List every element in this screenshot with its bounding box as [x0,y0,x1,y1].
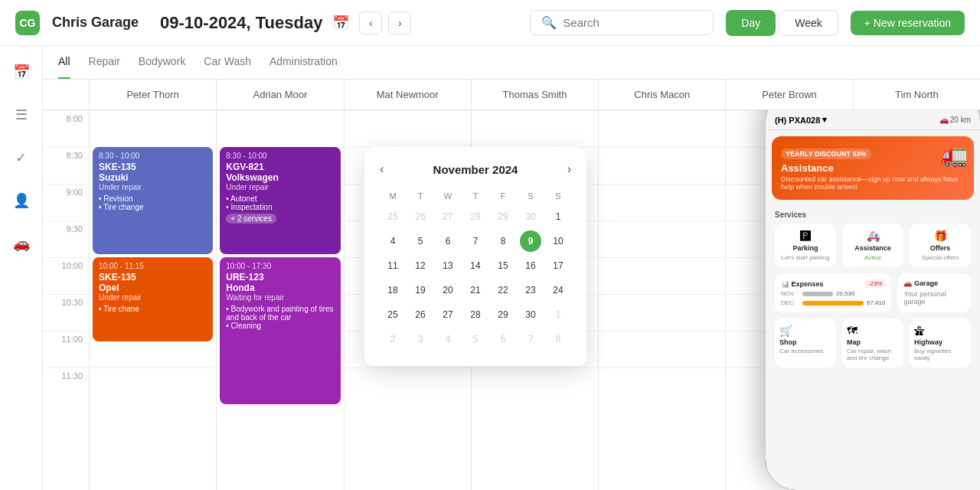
cal-prev-button[interactable]: ‹ [380,162,384,176]
search-area: 🔍 [530,10,714,35]
app-logo: CG [15,11,40,35]
cal-day[interactable]: 16 [520,255,541,276]
col-header-adrian-moor: Adrian Moor [216,80,343,109]
cal-day[interactable]: 1 [547,304,569,325]
cal-day[interactable]: 6 [492,328,514,350]
cal-day[interactable]: 5 [410,230,431,252]
main-content: All Repair Bodywork Car Wash Administrat… [43,46,980,490]
shop-icon: 🛒 [779,325,831,337]
cal-day[interactable]: 7 [465,230,486,252]
cal-day[interactable]: 19 [410,279,431,301]
service-offers[interactable]: 🎁 Offers Special offers [910,224,971,267]
new-reservation-button[interactable]: + New reservation [851,11,965,35]
cal-day[interactable]: 29 [492,206,514,227]
tab-carwash[interactable]: Car Wash [204,46,251,79]
col-header-thomas-smith: Thomas Smith [471,80,598,109]
service-assistance[interactable]: 🚑 Assistance Active [842,224,903,267]
next-day-button[interactable]: › [388,11,411,34]
time-11-00: 11:00 [43,331,89,368]
appointment-kgv821-vw[interactable]: 8:30 - 10:00 KGV-821 Volkswagen Under re… [220,147,340,254]
tab-bodywork[interactable]: Bodywork [139,46,185,79]
tab-repair[interactable]: Repair [89,46,120,79]
cal-day[interactable]: 10 [547,230,569,252]
tab-all[interactable]: All [58,46,70,79]
cal-day[interactable]: 15 [492,255,514,276]
cal-day[interactable]: 13 [437,255,459,276]
cal-day[interactable]: 27 [437,206,459,227]
cal-day[interactable]: 26 [410,206,431,227]
phone-stats-row: 📊 Expenses -23% NOV 20,530 DEC [766,270,980,315]
col-header-tim-north: Tim North [853,80,980,109]
cal-day[interactable]: 14 [465,255,486,276]
promo-card[interactable]: YEARLY DISCOUNT 53% Assistance Discounte… [772,136,974,200]
appointment-ske135-suzuki[interactable]: 8:30 - 10:00 SKE-135 Suzuki Under repair… [93,147,213,254]
offers-icon: 🎁 [934,230,947,242]
cal-next-button[interactable]: › [567,162,571,176]
search-input[interactable] [563,16,702,29]
cal-day[interactable]: 18 [382,279,403,301]
service-parking[interactable]: 🅿 Parking Let's start parking [775,224,836,267]
tow-truck-icon: 🚛 [941,142,968,168]
sidebar-item-person[interactable]: 👤 [8,187,35,214]
cal-day[interactable]: 26 [410,304,431,325]
sidebar-item-calendar[interactable]: 📅 [8,58,35,86]
cal-day[interactable]: 28 [465,304,486,325]
day-view-button[interactable]: Day [726,10,776,36]
calendar-overlay: ‹ November 2024 › M T W T F S S [364,147,586,366]
parking-icon: 🅿 [800,230,811,242]
cal-day[interactable]: 11 [382,255,403,276]
phone-location[interactable]: (H) PXA028 ▾ [775,115,827,125]
cal-day[interactable]: 23 [520,279,541,301]
cal-day[interactable]: 25 [382,206,403,227]
appointment-ure123-honda[interactable]: 10:00 - 17:30 URE-123 Honda Waiting for … [220,257,340,404]
phone-mockup: 12:52 ▐▐▐ WiFi 🔋 (H) PXA028 ▾ [766,110,980,490]
cal-day[interactable]: 29 [492,304,514,325]
cal-day[interactable]: 20 [437,279,459,301]
time-9-30: 9:30 [43,220,89,257]
appointment-ske135-opel[interactable]: 10:00 - 11:15 SKE-135 Opel Under repair … [93,257,213,341]
cal-day[interactable]: 12 [410,255,431,276]
cal-day[interactable]: 1 [547,206,569,227]
cal-day[interactable]: 30 [520,304,541,325]
prev-day-button[interactable]: ‹ [359,11,382,34]
app-title: Chris Garage [52,15,139,31]
sidebar-item-list[interactable]: ☰ [8,101,35,129]
stat-garage[interactable]: 🚗 Garage Your personal garage [897,273,971,312]
cal-day[interactable]: 8 [492,230,514,252]
cal-day[interactable]: 30 [520,206,541,227]
week-view-button[interactable]: Week [779,10,838,36]
service-highway[interactable]: 🛣 Highway Buy vignettes easily [910,318,971,368]
col-header-peter-brown: Peter Brown [725,80,852,109]
cal-day[interactable]: 5 [465,328,486,350]
sidebar-item-tasks[interactable]: ✓ [8,144,35,172]
col-header-peter-thorn: Peter Thorn [89,80,216,109]
cal-day[interactable]: 21 [465,279,486,301]
date-picker-button[interactable]: 📅 [328,11,353,35]
stat-expenses: 📊 Expenses -23% NOV 20,530 DEC [775,273,891,312]
cal-day[interactable]: 7 [520,328,541,350]
cal-day[interactable]: 8 [547,328,569,350]
cal-day[interactable]: 4 [437,328,459,350]
phone-distance: 🚗 20 km [939,116,971,124]
cal-day[interactable]: 22 [492,279,514,301]
sidebar-item-car[interactable]: 🚗 [8,230,35,257]
cal-day[interactable]: 27 [437,304,459,325]
cal-day[interactable]: 6 [437,230,459,252]
col-peter-thorn: 8:30 - 10:00 SKE-135 Suzuki Under repair… [89,110,216,490]
service-map[interactable]: 🗺 Map Car repair, wash and tire change [842,318,903,368]
cal-day[interactable]: 24 [547,279,569,301]
tab-administration[interactable]: Administration [270,46,338,79]
cal-day[interactable]: 3 [410,328,431,350]
cal-day[interactable]: 4 [382,230,403,252]
cal-day[interactable]: 25 [382,304,403,325]
calendar-grid: M T W T F S S 25 26 27 28 29 [380,188,571,351]
cal-day[interactable]: 2 [382,328,403,350]
promo-title: Assistance [781,162,965,174]
cal-day-today[interactable]: 9 [520,230,541,252]
service-shop[interactable]: 🛒 Shop Car accessories [775,318,836,368]
view-buttons: Day Week [726,10,838,36]
cal-day[interactable]: 17 [547,255,569,276]
schedule-wrapper: 8:00 8:30 9:00 9:30 10:00 10:30 11:00 11… [43,110,980,490]
time-9-00: 9:00 [43,184,89,220]
cal-day[interactable]: 28 [465,206,486,227]
